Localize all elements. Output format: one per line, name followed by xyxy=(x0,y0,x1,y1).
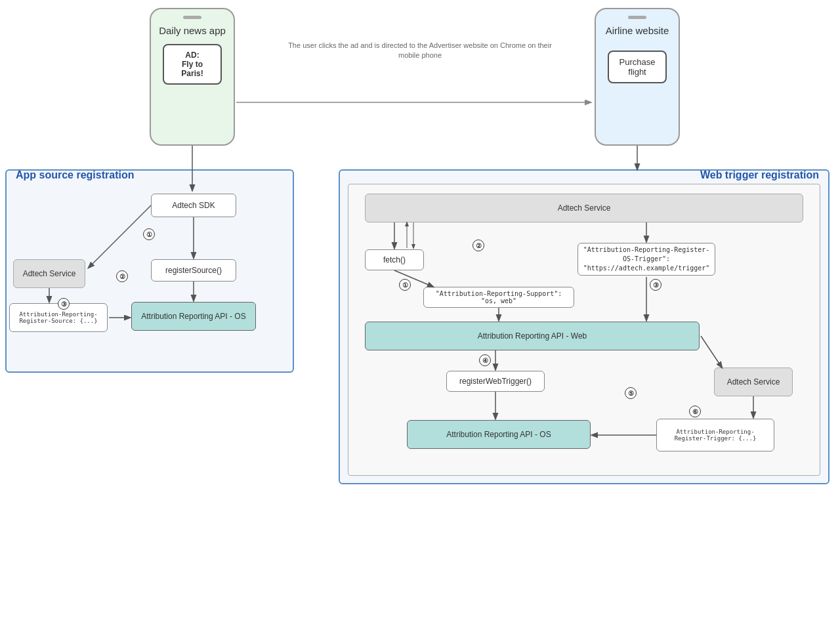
phone-left: Daily news app AD:Fly to Paris! xyxy=(150,8,235,146)
attribution-os-trigger-box: "Attribution-Reporting-Register-OS-Trigg… xyxy=(578,243,715,276)
attribution-register-trigger-box: Attribution-Reporting-Register-Trigger: … xyxy=(656,419,774,452)
attribution-os-bottom-box: Attribution Reporting API - OS xyxy=(407,420,591,449)
app-source-label: App source registration xyxy=(13,169,136,181)
step4-web: ④ xyxy=(479,354,491,366)
phone-right: Airline website Purchase flight xyxy=(595,8,680,146)
attribution-web-box: Attribution Reporting API - Web xyxy=(365,322,700,350)
register-web-trigger-box: registerWebTrigger() xyxy=(446,371,545,392)
step3-app: ③ xyxy=(58,298,70,310)
step6-web: ⑥ xyxy=(689,406,701,417)
fetch-box: fetch() xyxy=(365,249,424,270)
adtech-service-bottom-box: Adtech Service xyxy=(714,368,793,396)
phone-right-title: Airline website xyxy=(606,24,669,37)
step2-web: ② xyxy=(472,240,484,251)
arrow-label: The user clicks the ad and is directed t… xyxy=(282,41,558,61)
phone-speaker-right xyxy=(628,16,646,19)
phone-left-title: Daily news app xyxy=(159,24,226,37)
phone-left-ad: AD:Fly to Paris! xyxy=(163,44,222,85)
adtech-sdk-box: Adtech SDK xyxy=(151,194,236,217)
attribution-reporting-support-box: "Attribution-Reporting-Support": "os, we… xyxy=(423,287,574,308)
web-trigger-label: Web trigger registration xyxy=(698,169,822,181)
adtech-service-top-box: Adtech Service xyxy=(365,194,803,222)
step3-web: ③ xyxy=(650,279,662,291)
attribution-os-box: Attribution Reporting API - OS xyxy=(131,302,256,331)
step1-web: ① xyxy=(399,279,411,291)
step1-app: ① xyxy=(143,228,155,240)
phone-right-cta: Purchase flight xyxy=(608,51,667,83)
phone-speaker-left xyxy=(183,16,201,19)
step5-web: ⑤ xyxy=(625,387,637,399)
diagram-container: Daily news app AD:Fly to Paris! Airline … xyxy=(0,0,840,499)
step2-app: ② xyxy=(116,270,128,282)
adtech-service-left-box: Adtech Service xyxy=(13,259,85,288)
register-source-box: registerSource() xyxy=(151,259,236,282)
